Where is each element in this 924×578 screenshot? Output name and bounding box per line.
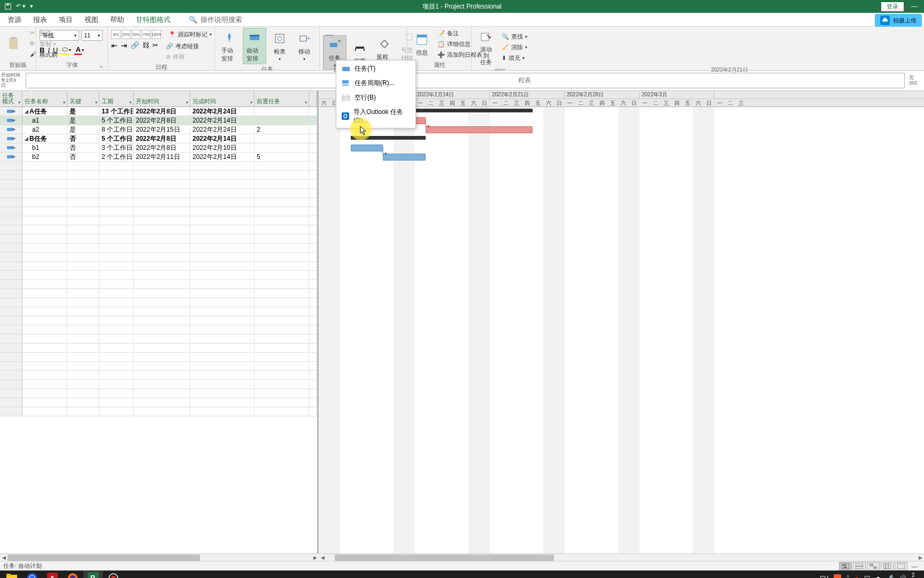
critical-cell[interactable]: 否: [67, 143, 99, 152]
scroll-to-task-button[interactable]: 滚动到 任务: [475, 28, 497, 66]
link-button[interactable]: 🔗: [130, 41, 139, 62]
table-row-empty[interactable]: [0, 271, 317, 280]
table-row-empty[interactable]: [0, 407, 317, 416]
tab-report[interactable]: 报表: [33, 14, 47, 26]
autocad-icon[interactable]: A: [43, 571, 62, 578]
task-mode-cell[interactable]: [0, 116, 22, 125]
table-row-empty[interactable]: [0, 162, 317, 171]
table-row-empty[interactable]: [0, 289, 317, 298]
finish-cell[interactable]: 2022年2月14日: [190, 134, 255, 143]
minimize-icon[interactable]: —: [907, 3, 922, 10]
grid-hscroll[interactable]: ◀ ▶: [0, 553, 319, 561]
tray-mic-icon[interactable]: 🎤: [886, 575, 894, 579]
col-task-mode[interactable]: 任务模式▾: [0, 91, 22, 107]
task-name-cell[interactable]: b2: [22, 153, 67, 161]
scroll-right-icon[interactable]: ▶: [311, 554, 319, 561]
start-cell[interactable]: 2022年2月8日: [134, 107, 190, 116]
view-usage-icon[interactable]: [853, 562, 866, 571]
table-row-empty[interactable]: [0, 362, 317, 371]
pred-cell[interactable]: [255, 107, 309, 116]
col-add-new[interactable]: [309, 91, 317, 107]
table-row[interactable]: a1是5 个工作日2022年2月8日2022年2月14日: [0, 116, 317, 125]
table-row-empty[interactable]: [0, 371, 317, 380]
manual-schedule-button[interactable]: 手动安排: [218, 28, 241, 64]
view-network-icon[interactable]: [867, 562, 880, 571]
task-mode-cell[interactable]: [0, 125, 22, 134]
finish-cell[interactable]: 2022年2月14日: [190, 116, 255, 125]
table-row-empty[interactable]: [0, 198, 317, 207]
file-explorer-icon[interactable]: [2, 571, 21, 578]
tray-usb-icon[interactable]: ⏏: [875, 575, 881, 579]
duration-cell[interactable]: 8 个工作日: [99, 125, 134, 134]
respect-links-button[interactable]: 🔗考虑链接: [164, 41, 201, 51]
task-mode-cell[interactable]: [0, 153, 22, 161]
table-row-empty[interactable]: [0, 225, 317, 234]
pred-cell[interactable]: 5: [255, 153, 309, 161]
split-button[interactable]: ✂: [152, 41, 158, 62]
inspect-button[interactable]: 检查▾: [268, 29, 291, 63]
login-button[interactable]: 登录: [881, 2, 904, 11]
table-row-empty[interactable]: [0, 389, 317, 398]
task-mode-cell[interactable]: [0, 134, 22, 143]
pred-cell[interactable]: 2: [255, 125, 309, 134]
tell-me-search[interactable]: 🔍 操作说明搜索: [189, 15, 242, 25]
tray-shield-icon[interactable]: 🛡: [864, 575, 870, 578]
finish-cell[interactable]: 2022年2月24日: [190, 107, 255, 116]
scroll-left-icon[interactable]: ◀: [319, 554, 326, 561]
duration-cell[interactable]: 5 个工作日: [99, 116, 134, 125]
auto-schedule-button[interactable]: 自动安排: [243, 28, 266, 64]
finish-cell[interactable]: 2022年2月10日: [190, 143, 255, 152]
critical-cell[interactable]: 是: [67, 107, 99, 116]
tab-gantt-format[interactable]: 甘特图格式: [136, 14, 171, 26]
gantt-chart[interactable]: 2022年2月7日2022年2月14日2022年2月21日2022年2月28日2…: [319, 91, 924, 553]
pct-50[interactable]: 50%: [132, 30, 141, 39]
table-row-empty[interactable]: [0, 353, 317, 362]
col-finish[interactable]: 完成时间▾: [190, 91, 255, 107]
tab-view[interactable]: 视图: [84, 14, 98, 26]
blank-cell[interactable]: [309, 125, 317, 134]
finish-cell[interactable]: 2022年2月24日: [190, 125, 255, 134]
view-gantt-icon[interactable]: [839, 562, 852, 571]
duration-cell[interactable]: 2 个工作日: [99, 153, 134, 161]
table-row-empty[interactable]: [0, 280, 317, 289]
firefox-icon[interactable]: [63, 571, 82, 578]
tray-chevron-icon[interactable]: ˄: [846, 575, 850, 579]
table-row-empty[interactable]: [0, 298, 317, 307]
menu-blank-row[interactable]: 空行(B): [336, 90, 415, 105]
start-cell[interactable]: 2022年2月11日: [134, 153, 190, 161]
table-row-empty[interactable]: [0, 207, 317, 216]
col-predecessors[interactable]: 前置任务▾: [255, 91, 309, 107]
critical-cell[interactable]: 否: [67, 134, 99, 143]
cut-button[interactable]: ✂剪切: [28, 28, 59, 39]
menu-task[interactable]: 任务(T): [336, 62, 415, 76]
col-start[interactable]: 开始时间▾: [134, 91, 190, 107]
tray-record-icon[interactable]: ●: [855, 575, 859, 578]
ime-indicator[interactable]: CH: [820, 575, 828, 578]
app-blue-icon[interactable]: [22, 571, 42, 578]
table-row-empty[interactable]: [0, 244, 317, 253]
pct-25[interactable]: 25%: [121, 30, 130, 39]
copy-button[interactable]: ⧉复制 ▾: [28, 39, 59, 49]
table-row-empty[interactable]: [0, 180, 317, 189]
pred-cell[interactable]: [255, 134, 309, 143]
blank-cell[interactable]: [309, 134, 317, 143]
gantt-body[interactable]: [319, 107, 924, 553]
table-row-empty[interactable]: [0, 253, 317, 262]
save-icon[interactable]: [4, 3, 12, 10]
scroll-right-icon[interactable]: ▶: [917, 554, 924, 561]
table-row[interactable]: b2否2 个工作日2022年2月11日2022年2月14日5: [0, 153, 317, 162]
tab-resource[interactable]: 资源: [7, 14, 21, 26]
project-icon[interactable]: P: [83, 571, 103, 578]
tray-volume-icon[interactable]: 🔊: [899, 575, 906, 579]
table-row-empty[interactable]: [0, 189, 317, 198]
fill-color-button[interactable]: ⬭▾: [61, 45, 71, 55]
table-row-empty[interactable]: [0, 344, 317, 353]
indent-button[interactable]: ⇥: [121, 41, 127, 62]
move-button[interactable]: 移动▾: [293, 29, 315, 63]
blank-cell[interactable]: [309, 116, 317, 125]
paste-button[interactable]: [3, 35, 26, 53]
task-name-cell[interactable]: ◢A任务: [22, 107, 67, 116]
menu-recurring[interactable]: 任务周期(R)...: [336, 76, 415, 90]
table-row-empty[interactable]: [0, 216, 317, 225]
col-task-name[interactable]: 任务名称▾: [22, 91, 67, 107]
